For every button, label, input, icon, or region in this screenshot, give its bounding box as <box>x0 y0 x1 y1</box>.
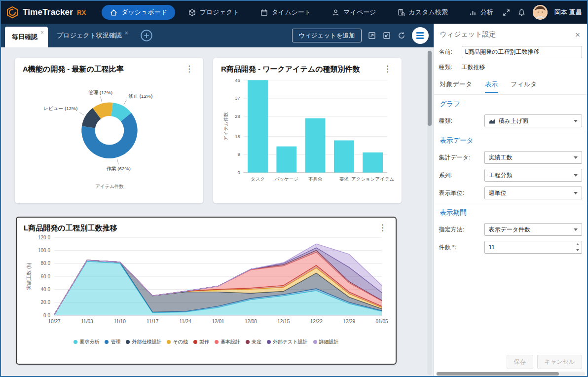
legend-label: 外部仕様設計 <box>132 339 161 345</box>
legend-item[interactable]: 要求分析 <box>74 339 99 345</box>
display-data-section-header: 表示データ <box>434 131 587 149</box>
svg-text:アイテム件数: アイテム件数 <box>95 184 124 189</box>
legend-item[interactable]: 詳細設計 <box>313 339 339 345</box>
svg-text:アイテム件数: アイテム件数 <box>223 112 228 141</box>
scrollbar-thumb[interactable] <box>428 51 432 126</box>
svg-text:不具合: 不具合 <box>308 176 323 182</box>
svg-text:9: 9 <box>238 151 240 157</box>
svg-text:28: 28 <box>235 113 240 119</box>
bar-chart-icon <box>469 8 477 17</box>
search-document-icon <box>397 8 405 17</box>
graph-type-select[interactable]: 積み上げ面 <box>484 114 582 127</box>
legend-label: 詳細設計 <box>319 339 339 345</box>
method-label: 指定方法: <box>439 226 484 234</box>
tab-filter[interactable]: フィルタ <box>511 80 537 93</box>
cancel-button[interactable]: キャンセル <box>537 355 582 369</box>
legend-item[interactable]: 管理 <box>105 339 120 345</box>
nav-label: プロジェクト <box>200 8 239 17</box>
close-icon[interactable]: × <box>40 29 44 36</box>
nav-analytics[interactable]: 分析 <box>461 5 501 20</box>
legend-label: 外部テスト設計 <box>273 339 308 345</box>
legend-item[interactable]: 未定 <box>246 339 261 345</box>
widget-pie-card[interactable]: A機能の開発 - 最新の工程比率 ⋮ 管理 (12%)修正 (12%)作業 (6… <box>15 58 203 203</box>
nav-custom-search[interactable]: カスタム検索 <box>389 5 456 20</box>
legend-item[interactable]: 外部仕様設計 <box>126 339 161 345</box>
tab-display[interactable]: 表示 <box>485 80 498 93</box>
widget-menu-icon[interactable]: ⋮ <box>376 224 389 232</box>
spin-down-icon[interactable] <box>573 247 582 253</box>
widget-settings-panel: ウィジェット設定 × 名前: 種類: 工数推移 対象データ 表示 フィルタ グラ… <box>434 24 587 377</box>
method-select[interactable]: 表示データ件数 <box>484 223 582 236</box>
name-label: 名前: <box>439 48 462 56</box>
widget-menu-icon[interactable]: ⋮ <box>381 65 394 73</box>
main-nav: ダッシュボード プロジェクト タイムシート マイページ カスタム検索 分析 <box>102 5 501 20</box>
nav-project[interactable]: プロジェクト <box>180 5 247 20</box>
add-widget-button[interactable]: ウィジェットを追加 <box>292 29 362 42</box>
app-logo[interactable]: TimeTracker RX <box>6 6 86 19</box>
nav-mypage[interactable]: マイページ <box>324 5 384 20</box>
spin-up-icon[interactable] <box>573 241 582 247</box>
app-window: TimeTracker RX ダッシュボード プロジェクト タイムシート マイペ… <box>1 1 587 377</box>
svg-text:タスク: タスク <box>251 176 265 182</box>
svg-text:60.0: 60.0 <box>41 274 51 279</box>
nav-timesheet[interactable]: タイムシート <box>252 5 319 20</box>
svg-text:11/17: 11/17 <box>147 319 159 324</box>
widget-area-card-selected[interactable]: L商品開発の工程別工数推移 ⋮ 0.020.040.060.080.0100.0… <box>16 217 397 365</box>
widget-name-input[interactable] <box>462 46 582 58</box>
aggregate-label: 集計データ: <box>439 153 484 162</box>
dashboard-tab-bar: 毎日確認 × プロジェクト状況確認 × ウィジェットを追加 <box>1 24 434 47</box>
tab-target-data[interactable]: 対象データ <box>440 80 473 93</box>
nav-label: タイムシート <box>272 8 311 17</box>
tabbar-actions: ウィジェットを追加 <box>292 27 429 44</box>
pie-chart: 管理 (12%)修正 (12%)作業 (62%)レビュー (12%)アイテム件数 <box>23 74 195 192</box>
legend-dot <box>105 340 109 344</box>
avatar[interactable] <box>533 5 548 20</box>
svg-text:パッケージ: パッケージ <box>274 176 298 182</box>
widget-menu-icon[interactable]: ⋮ <box>183 65 195 73</box>
dashboard-menu-button[interactable] <box>412 27 429 44</box>
close-icon[interactable]: × <box>125 30 128 37</box>
expand-icon[interactable] <box>502 8 511 17</box>
add-tab-button[interactable] <box>140 29 153 42</box>
tab-daily-check[interactable]: 毎日確認 × <box>5 27 48 47</box>
unit-select[interactable]: 週単位 <box>484 187 582 199</box>
import-dashboard-icon[interactable] <box>382 31 391 40</box>
count-label: 件数 *: <box>439 243 484 252</box>
plus-circle-icon <box>140 29 153 42</box>
legend-item[interactable]: 外部テスト設計 <box>267 339 308 345</box>
scrollbar-thumb[interactable] <box>437 372 559 376</box>
period-section-header: 表示期間 <box>434 203 587 221</box>
svg-text:0: 0 <box>238 170 240 175</box>
area-chart-mini-icon <box>489 118 496 124</box>
select-value: 週単位 <box>489 189 571 197</box>
svg-text:12/22: 12/22 <box>310 319 323 324</box>
legend-item[interactable]: 製作 <box>193 339 209 345</box>
person-icon <box>331 8 340 17</box>
legend-item[interactable]: 基本設計 <box>215 339 240 345</box>
count-stepper[interactable] <box>484 241 582 254</box>
notifications-bell-icon[interactable] <box>517 8 526 17</box>
legend-dot <box>167 340 171 344</box>
export-dashboard-icon[interactable] <box>368 31 376 40</box>
work-area: 毎日確認 × プロジェクト状況確認 × ウィジェットを追加 <box>1 24 587 377</box>
graph-type-label: 種類: <box>439 117 484 125</box>
nav-dashboard[interactable]: ダッシュボード <box>102 5 175 20</box>
save-button[interactable]: 保存 <box>507 355 533 369</box>
chevron-down-icon <box>574 228 578 231</box>
refresh-icon[interactable] <box>397 31 406 40</box>
close-icon[interactable]: × <box>575 31 580 39</box>
aggregate-select[interactable]: 実績工数 <box>484 151 582 164</box>
series-select[interactable]: 工程分類 <box>484 169 582 182</box>
tab-project-status[interactable]: プロジェクト状況確認 × <box>52 24 133 47</box>
vertical-scrollbar[interactable] <box>427 49 432 375</box>
stacked-area-chart: 0.020.040.060.080.0100.0120.010/2711/031… <box>24 232 389 337</box>
count-input[interactable] <box>485 241 573 253</box>
bar-chart: 0918283746タスクパッケージ不具合要求アクションアイテムアイテム件数 <box>221 74 394 196</box>
legend-item[interactable]: その他 <box>167 339 187 345</box>
series-label: 系列: <box>439 171 484 180</box>
svg-text:12/15: 12/15 <box>277 319 290 324</box>
user-name[interactable]: 岡本 直昌 <box>554 8 582 17</box>
brand-suffix: RX <box>77 9 86 16</box>
widget-bar-card[interactable]: R商品開発 - ワークアイテムの種類別件数 ⋮ 0918283746タスクパッケ… <box>213 58 402 203</box>
horizontal-scrollbar[interactable] <box>436 372 585 376</box>
